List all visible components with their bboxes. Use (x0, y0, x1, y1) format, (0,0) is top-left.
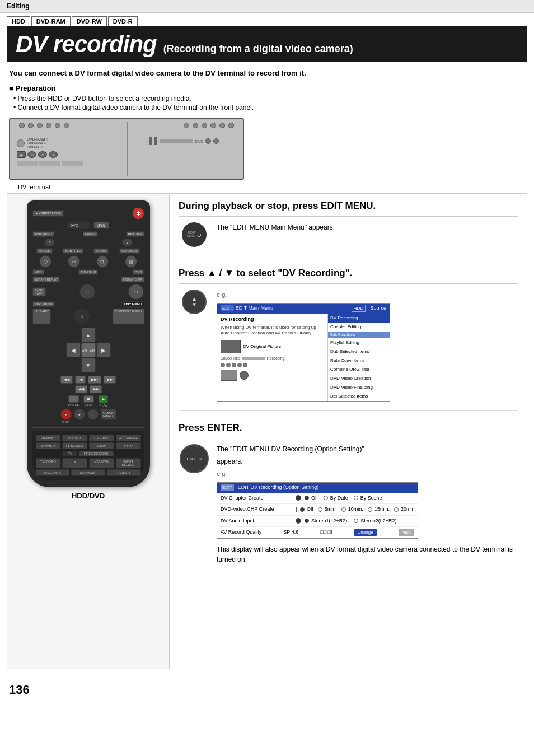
fl-select-btn[interactable]: FL SELECT (62, 442, 87, 449)
content-menu-btn[interactable]: CONTENT MENU (113, 309, 144, 324)
dvd-chp-10min[interactable]: 10min. (341, 506, 363, 514)
audio-icon-btn[interactable]: ⊡ (96, 255, 109, 268)
menu-btn[interactable]: MENU (83, 231, 97, 237)
remain-btn[interactable]: REMAIN (36, 435, 61, 441)
step-back-btn[interactable]: |◀ (75, 376, 86, 384)
dv-audio-stereo2[interactable]: Stereo2(L2+R2) (354, 517, 396, 525)
radio-chp-5min[interactable] (318, 507, 322, 512)
dvd-btn-2[interactable]: DVD (133, 269, 144, 275)
dv-chapter-off[interactable]: Off (305, 494, 318, 502)
skip-fwd-btn[interactable]: ▶▶ (104, 376, 116, 384)
quick-menu-btn[interactable]: QUICKMENU (101, 409, 116, 420)
pip-btn[interactable]: P in P (116, 442, 141, 449)
easy-nav-btn[interactable]: EASYNAV (32, 287, 46, 296)
fwd-btn[interactable]: ▶▶| (88, 376, 101, 384)
display-btn[interactable]: DISPLAY (62, 435, 87, 441)
library-btn[interactable]: LIBRARY (32, 309, 51, 324)
rec-btn[interactable]: ● (60, 409, 72, 420)
dvd-chp-20min[interactable]: 20min. (394, 506, 416, 514)
channel-btn[interactable]: CHANNEL (119, 248, 140, 254)
top-menu-btn[interactable]: TOP MENU (32, 231, 54, 237)
dvd-chp-off[interactable]: Off (300, 506, 313, 514)
open-close-btn[interactable]: ▲ OPEN/CLOSE (32, 210, 64, 217)
tv-dvr-btn[interactable]: TV/DVR (107, 469, 141, 476)
circle-btn[interactable]: ○ (87, 409, 99, 420)
dpad-up[interactable]: ▲ (81, 328, 96, 342)
dpad-down[interactable]: ▼ (81, 358, 96, 372)
instant-skip-btn[interactable]: INSTANT SKIP (121, 277, 144, 282)
sidebar-dvd-video-creation[interactable]: DVD-Video Creation (328, 374, 390, 383)
easy-nav-round-btn[interactable]: ↩ (79, 284, 95, 300)
dpad-enter[interactable]: ENTER (81, 343, 96, 357)
subtitle-icon-btn[interactable]: ▭ (68, 255, 80, 268)
radio-chp-20min[interactable] (394, 507, 399, 512)
play-btn[interactable]: ▶ (99, 395, 108, 403)
sidebar-dv-recording[interactable]: DV Recording (328, 314, 390, 323)
progressive-btn[interactable]: PROGRESSIVE (79, 451, 114, 456)
dvd-select-btn[interactable]: (I/U) (93, 222, 109, 229)
radio-chp-off[interactable] (300, 507, 305, 512)
dpad-right[interactable]: ▶ (96, 343, 111, 357)
stop-btn[interactable]: ⏹ (83, 395, 94, 403)
next-button[interactable]: Next (399, 529, 414, 536)
rec-menu-btn[interactable]: REC MENU (32, 301, 55, 307)
av-record-quality-label: AV Record Quality (221, 529, 261, 536)
sidebar-rate-conv[interactable]: Rate Conv. Items (328, 356, 390, 365)
dvd-chp-5min[interactable]: 5min. (318, 506, 337, 514)
sidebar-dub-selected[interactable]: Dub Selected Items (328, 347, 390, 356)
sidebar-combine-org[interactable]: Combine ORG Title (328, 365, 390, 374)
dv-chapter-by-date[interactable]: By Date (324, 494, 348, 502)
audio-btn[interactable]: AUDIO (93, 248, 109, 254)
volume-btn[interactable]: VOLUME (89, 458, 114, 468)
fwd2-btn[interactable]: ▶▶ (90, 385, 102, 393)
radio-dv-off[interactable] (305, 496, 309, 500)
up-btn[interactable]: ∧ (44, 239, 55, 246)
input-select-btn[interactable]: INPUT SELECT (116, 458, 141, 468)
tab-hdd[interactable]: HDD (7, 16, 30, 26)
angle-icon-btn[interactable]: ⬡ (39, 255, 51, 268)
slow-btn[interactable]: ◀◀ (60, 376, 73, 384)
tab-dvd-r[interactable]: DVD-R (108, 16, 138, 26)
timeslip-btn[interactable]: TIMESLIP (78, 269, 98, 275)
zoom-btn[interactable]: ZOOM (89, 442, 114, 449)
channel-icon-btn[interactable]: ▤ (125, 255, 137, 268)
hdd-btn[interactable]: HDD (32, 269, 44, 275)
skip-btn[interactable]: ↪ (128, 284, 144, 300)
sat-cont-btn[interactable]: SAT.CONT. (36, 469, 70, 476)
dv-chapter-by-scene[interactable]: By Scene (354, 494, 382, 502)
rew-btn[interactable]: ◀◀ (75, 385, 87, 393)
radio-dv-by-date[interactable] (324, 496, 328, 500)
dv-audio-stereo1[interactable]: Stereo1(L2+R2) (305, 517, 347, 525)
radio-chp-15min[interactable] (368, 507, 372, 512)
sidebar-playlist-editing[interactable]: Playlist Editing (328, 338, 390, 347)
radio-chp-10min[interactable] (341, 507, 346, 512)
down-btn[interactable]: ∨ (122, 239, 133, 246)
radio-stereo2[interactable] (354, 519, 358, 523)
chp-divide-btn[interactable]: CHP DIVIDE (116, 435, 141, 441)
star-btn[interactable]: ★ (74, 409, 85, 420)
channel-up-btn[interactable]: ∧ (62, 458, 87, 468)
radio-dv-by-scene[interactable] (354, 496, 358, 500)
power-btn[interactable]: ⏻ (132, 207, 144, 220)
sidebar-chapter-editing[interactable]: Chapter Editing (328, 323, 390, 332)
sidebar-del-selected[interactable]: Del Selected Items (328, 392, 390, 401)
time-bar-btn[interactable]: TIME BAR (89, 435, 114, 441)
tv-video-btn[interactable]: TV/VIDEO (36, 458, 61, 468)
step3-content: ENTER The "EDIT MENU DV Recording (Optio… (179, 444, 518, 567)
dimmer-btn[interactable]: DIMMER (36, 442, 61, 449)
change-button[interactable]: Change (354, 529, 377, 536)
subtitle-btn[interactable]: SUBTITLE (63, 248, 83, 254)
instant-replay-btn[interactable]: INSTANT REPLAY (32, 277, 60, 282)
tab-dvd-rw[interactable]: DVD-RW (72, 16, 107, 26)
radio-stereo1[interactable] (305, 519, 309, 523)
sidebar-dvd-video-finalizing[interactable]: DVD-Video Finalizing (328, 383, 390, 392)
angle-btn[interactable]: ANGLE (36, 248, 52, 254)
dvd-chp-15min[interactable]: 15min. (368, 506, 390, 514)
tab-dvd-ram[interactable]: DVD-RAM (31, 16, 71, 26)
sat-moni-btn[interactable]: SAT.MONI. (71, 469, 105, 476)
return-btn[interactable]: RETURN (126, 231, 144, 237)
pause-btn[interactable]: ⏸ (68, 395, 79, 403)
dpad-left[interactable]: ◀ (66, 343, 81, 357)
edit-menu-btn-remote[interactable]: EDIT MENU (121, 301, 144, 307)
library-round[interactable]: ○ (74, 309, 90, 324)
